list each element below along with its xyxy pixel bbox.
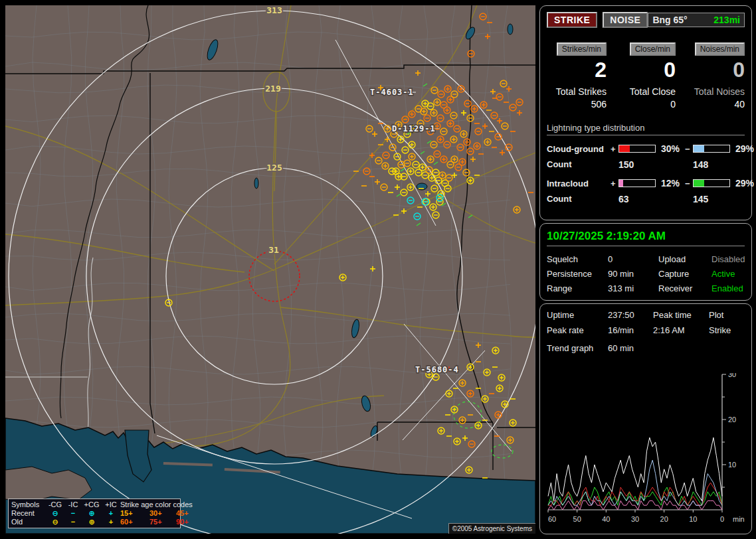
cg-count-label: Count [547,159,611,170]
legend-recent-row: Recent ⊖ − ⊕ + 15+ 30+ 45+ [11,509,177,518]
close-per-min-column: Close/min 0 [616,42,676,81]
strikes-per-min-label: Strikes/min [557,42,607,56]
legend-col-ic-neg: -IC [64,501,82,509]
cg-minus-bar [693,145,730,153]
age-45: 45+ [176,509,203,518]
app-root: { "header": { "strike_button": "STRIKE",… [0,0,756,539]
recent-ic-pos-icon: + [102,509,120,518]
cg-minus-count: 148 [693,159,733,170]
legend-col-cg-pos: +CG [82,501,102,509]
status-grid: Squelch 0 Upload Disabled Persistence 90… [547,254,745,293]
total-noises-label: Total Noises [685,86,745,97]
datetime-display: 10/27/2025 2:19:20 AM [547,230,745,246]
range-value: 313 mi [608,283,658,293]
session-box: Uptime 237:50 Peak time Plot Peak rate 1… [539,303,752,534]
strike-mode-button[interactable]: STRIKE [547,12,597,28]
age-60: 60+ [120,518,149,526]
counters-box: STRIKE NOISE Bng 65° 213mi Strikes/min 2… [539,5,752,220]
capture-label: Capture [658,269,711,279]
legend-old-label: Old [11,518,46,526]
ic-plus-percent: 12% [658,178,685,189]
total-close: Total Close 0 [616,81,676,110]
plus-sign: + [611,179,618,189]
trend-graph-label: Trend graph [547,343,608,353]
squelch-value: 0 [608,254,658,264]
ic-plus-count: 63 [618,194,685,204]
peak-time-value: 2:16 AM [653,325,709,335]
recent-cg-neg-icon: ⊖ [46,509,64,518]
plot-label: Plot [709,310,745,320]
total-strikes-value: 506 [547,99,607,110]
noises-per-min-value: 0 [685,58,745,81]
intracloud-count-row: Count 63 145 [547,194,745,204]
minus-sign: − [685,144,693,154]
cloud-ground-row: Cloud-ground + 30% − 29% [547,143,745,154]
peak-time-label: Peak time [653,310,709,320]
distribution-title: Lightning type distribution [547,123,745,135]
ic-plus-bar [618,179,656,187]
lightning-map[interactable]: 31321912531T-4603-1D-1129-1T-5680-4 Symb… [5,5,535,534]
legend-age-header: Strike age color codes [120,501,203,509]
range-label: Range [547,283,608,293]
age-30: 30+ [149,509,176,518]
svg-text:20: 20 [728,416,736,424]
recent-cg-pos-icon: ⊕ [82,509,102,518]
recent-ic-neg-icon: − [64,509,82,518]
legend-symbols-header: Symbols [11,501,46,509]
svg-text:31: 31 [268,245,279,255]
receiver-status: Enabled [711,283,745,293]
svg-text:20: 20 [660,515,668,523]
svg-text:313: 313 [266,5,282,15]
ic-minus-count: 145 [693,194,733,204]
legend-col-ic-pos: +IC [102,501,120,509]
cg-plus-bar [618,145,656,153]
strikes-per-min-value: 2 [547,58,607,81]
noises-per-min-label: Noises/min [695,42,745,56]
copyright-notice: ©2005 Astrogenic Systems [448,523,535,534]
age-15: 15+ [120,509,149,518]
persistence-value: 90 min [608,269,658,279]
map-canvas: 31321912531T-4603-1D-1129-1T-5680-4 [5,5,535,534]
persistence-label: Persistence [547,269,608,279]
trend-graph-value: 60 min [608,343,745,353]
cloud-ground-count-row: Count 150 148 [547,159,745,170]
trend-graph-chart: 1020306050403020100min [544,373,749,531]
old-cg-neg-icon: ⊖ [46,518,64,526]
symbol-legend: Symbols -CG -IC +CG +IC Strike age color… [8,499,181,528]
upload-status: Disabled [711,254,745,264]
legend-old-row: Old ⊖ − ⊕ + 60+ 75+ 90+ [11,518,177,526]
svg-text:125: 125 [266,163,282,173]
svg-text:10: 10 [689,515,697,523]
noise-mode-button[interactable]: NOISE [603,12,648,28]
legend-recent-label: Recent [11,509,46,518]
cg-plus-count: 150 [618,159,685,170]
svg-text:50: 50 [573,515,581,523]
svg-text:30: 30 [728,373,736,378]
svg-text:T-5680-4: T-5680-4 [415,365,459,374]
cg-minus-percent: 29% [733,143,756,154]
total-close-value: 0 [616,99,676,110]
old-ic-pos-icon: + [102,518,120,526]
plus-sign: + [611,144,618,154]
svg-text:D-1129-1: D-1129-1 [392,124,436,133]
plot-value: Strike [709,325,745,335]
peak-rate-label: Peak rate [547,325,608,335]
total-close-label: Total Close [616,86,676,97]
svg-text:10: 10 [728,461,736,469]
svg-text:T-4603-1: T-4603-1 [370,88,414,97]
svg-text:60: 60 [548,515,556,523]
intracloud-row: Intracloud + 12% − 29% [547,178,745,189]
close-per-min-value: 0 [616,58,676,81]
uptime-label: Uptime [547,310,608,320]
status-box: 10/27/2025 2:19:20 AM Squelch 0 Upload D… [539,223,752,301]
old-cg-pos-icon: ⊕ [82,518,102,526]
total-noises-value: 40 [685,99,745,110]
cloud-ground-label: Cloud-ground [547,144,611,154]
distance-value: 213mi [713,15,740,25]
capture-status: Active [711,269,745,279]
ic-minus-bar [693,179,730,187]
svg-text:30: 30 [631,515,639,523]
svg-text:219: 219 [265,84,280,94]
ic-count-label: Count [547,194,611,204]
total-noises: Total Noises 40 [685,81,745,110]
